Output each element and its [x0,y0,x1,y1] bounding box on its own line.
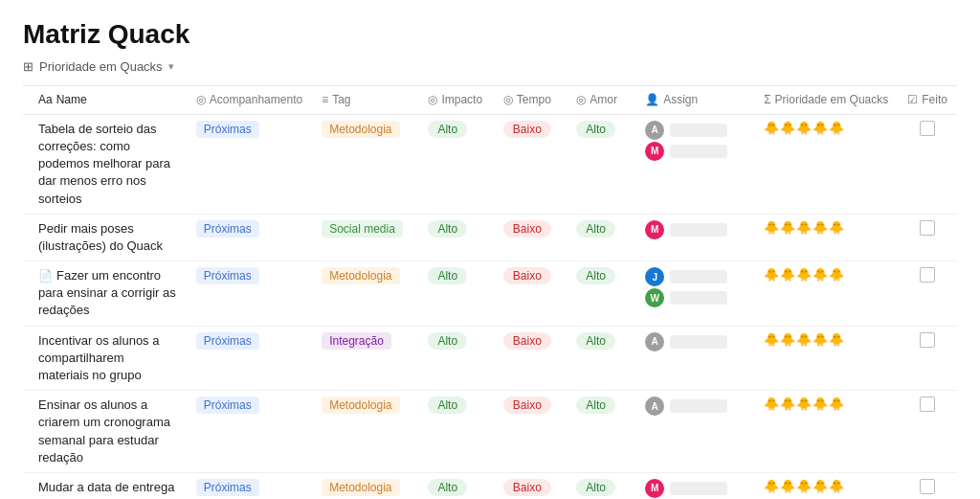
table-row: Ensinar os alunos a criarem um cronogram… [23,391,957,473]
cell-feito[interactable] [898,214,957,261]
table-body: Tabela de sorteio das correções: como po… [23,114,957,499]
col-header-impacto[interactable]: ◎Impacto [418,86,493,114]
cell-priority: 🐥🐥🐥🐥🐥 [754,326,898,391]
assign-row: W [645,288,745,307]
tag-badge: Metodologia [322,121,399,138]
cell-tempo: Baixo [494,214,568,261]
priority-stars: 🐥🐥🐥🐥🐥 [764,220,845,235]
cell-feito[interactable] [898,261,957,327]
feito-checkbox[interactable] [920,479,935,494]
cell-acompanhamento: Próximas [187,472,312,499]
tempo-pill: Baixo [503,397,551,414]
assign-row: M [645,142,745,161]
page-container: Matriz Quack ⊞ Prioridade em Quacks ▾ Aa… [0,0,980,499]
cell-priority: 🐥🐥🐥🐥🐥 [754,214,898,261]
cell-name: Mudar a data de entrega das redações par… [23,472,187,499]
cell-acompanhamento: Próximas [187,261,312,327]
row-name: Mudar a data de entrega das redações par… [38,480,174,499]
col-header-name[interactable]: AaName [23,86,187,114]
assign-name [670,145,727,158]
priority-stars: 🐥🐥🐥🐥🐥 [764,479,845,493]
cell-name: Pedir mais poses (ilustrações) do Quack [23,214,187,261]
cell-assign: M A [635,472,754,499]
tempo-pill: Baixo [503,479,551,496]
cell-feito[interactable] [898,391,957,473]
impacto-pill: Alto [428,220,467,238]
cell-amor: Alto [567,472,635,499]
cell-acompanhamento: Próximas [187,391,312,473]
tag-badge: Integração [322,332,391,350]
feito-checkbox[interactable] [920,397,935,412]
amor-pill: Alto [576,121,615,138]
cell-feito[interactable] [898,326,957,391]
row-name: Tabela de sorteio das correções: como po… [38,122,170,206]
feito-checkbox[interactable] [920,267,935,283]
amor-pill: Alto [576,220,615,238]
priority-stars: 🐥🐥🐥🐥🐥 [764,121,845,135]
acomp-badge: Próximas [196,397,259,414]
cell-amor: Alto [567,214,635,261]
col-header-priority[interactable]: ΣPrioridade em Quacks [754,86,898,114]
avatar: J [645,267,664,286]
table-row: Mudar a data de entrega das redações par… [23,472,957,499]
cell-priority: 🐥🐥🐥🐥🐥 [754,472,898,499]
avatar: A [645,121,664,140]
impacto-pill: Alto [428,397,467,414]
cell-assign: A M [635,114,754,214]
cell-impacto: Alto [418,114,493,214]
assign-icon: 👤 [645,93,659,106]
avatar: A [645,397,664,416]
impacto-pill: Alto [428,121,467,138]
col-header-assign[interactable]: 👤Assign [635,86,754,114]
amor-pill: Alto [576,397,615,414]
cell-tag: Metodologia [312,472,418,499]
cell-priority: 🐥🐥🐥🐥🐥 [754,114,898,214]
page-title: Matriz Quack [23,19,957,50]
acomp-badge: Próximas [196,479,259,496]
assign-name [670,124,727,137]
cell-tag: Metodologia [312,114,418,214]
doc-icon: 📄 [38,269,53,283]
impacto-pill: Alto [428,267,467,284]
table-header-row: AaName ◎Acompanhamento ≡Tag ◎Impacto ◎Te… [23,86,957,114]
tag-badge: Metodologia [322,479,399,496]
col-header-amor[interactable]: ◎Amor [567,86,635,114]
cell-acompanhamento: Próximas [187,326,312,391]
cell-assign: A [635,391,754,473]
table-wrapper: AaName ◎Acompanhamento ≡Tag ◎Impacto ◎Te… [23,85,957,499]
feito-checkbox[interactable] [920,220,935,236]
cell-amor: Alto [567,391,635,473]
tag-badge: Social media [322,220,403,238]
priority-stars: 🐥🐥🐥🐥🐥 [764,267,845,282]
col-header-tempo[interactable]: ◎Tempo [494,86,568,114]
acomp-badge: Próximas [196,121,259,138]
impacto-icon: ◎ [428,93,437,106]
cell-impacto: Alto [418,261,493,327]
col-header-acompanhamento[interactable]: ◎Acompanhamento [187,86,312,114]
col-header-tag[interactable]: ≡Tag [312,86,418,114]
view-selector[interactable]: ⊞ Prioridade em Quacks ▾ [23,59,957,74]
tempo-pill: Baixo [503,220,551,238]
acomp-icon: ◎ [196,93,206,106]
avatar: M [645,142,664,161]
cell-feito[interactable] [898,114,957,214]
cell-impacto: Alto [418,326,493,391]
assign-name [670,223,727,237]
assign-row: A [645,332,745,352]
impacto-pill: Alto [428,479,467,496]
view-label: Prioridade em Quacks [39,59,163,74]
col-header-feito[interactable]: ☑Feito [898,86,957,114]
table-row: Tabela de sorteio das correções: como po… [23,114,957,214]
cell-tempo: Baixo [494,472,568,499]
cell-assign: A [635,326,754,391]
acomp-badge: Próximas [196,332,259,350]
cell-feito[interactable] [898,472,957,499]
tag-badge: Metodologia [322,397,399,414]
chevron-down-icon: ▾ [168,60,174,73]
feito-checkbox[interactable] [920,332,935,348]
cell-tag: Metodologia [312,261,418,327]
cell-name: Ensinar os alunos a criarem um cronogram… [23,391,187,473]
feito-checkbox[interactable] [920,121,935,136]
cell-name: 📄Fazer um encontro para ensinar a corrig… [23,261,187,327]
assign-name [670,270,727,284]
